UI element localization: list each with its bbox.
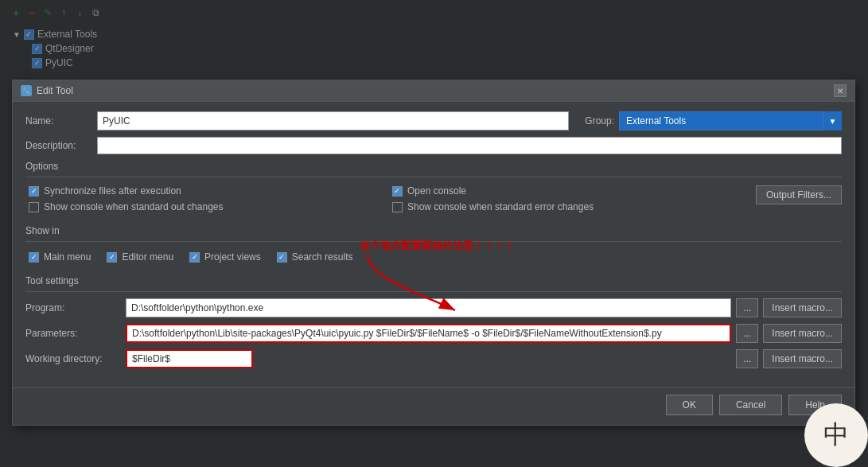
annotation-text: 这个地方配置要格外注意！！！！ [360, 239, 515, 253]
parameters-input[interactable] [126, 324, 731, 343]
program-label: Program: [25, 302, 121, 313]
options-divider [25, 177, 842, 177]
tool-settings-section-header: Tool settings [25, 275, 842, 286]
sync-files-checkbox[interactable]: ✓ [29, 186, 39, 197]
output-filters-button[interactable]: Output Filters... [756, 185, 842, 204]
show-console-stderr-row: Show console when standard error changes [392, 201, 740, 212]
working-dir-label: Working directory: [25, 353, 121, 364]
open-console-checkbox[interactable]: ✓ [392, 186, 403, 197]
search-results-label: Search results [292, 251, 353, 263]
project-views-checkbox[interactable]: ✓ [189, 252, 200, 263]
corner-widget: 中 [804, 403, 868, 467]
main-menu-label: Main menu [44, 251, 91, 263]
main-menu-row: ✓ Main menu [29, 251, 91, 263]
group-select-wrapper: External Tools ▼ [619, 111, 842, 130]
program-browse-button[interactable]: ... [736, 298, 758, 317]
name-label: Name: [25, 115, 97, 126]
cancel-button[interactable]: Cancel [719, 395, 782, 415]
working-dir-browse-button[interactable]: ... [736, 349, 758, 368]
dialog-body: Name: Group: External Tools ▼ Descriptio… [13, 102, 854, 384]
program-input[interactable] [126, 298, 731, 317]
open-console-row: ✓ Open console [392, 185, 740, 197]
name-row: Name: Group: External Tools ▼ [25, 111, 842, 130]
description-label: Description: [25, 140, 97, 151]
main-menu-checkbox[interactable]: ✓ [29, 252, 39, 263]
group-section: Group: External Tools ▼ [585, 111, 842, 130]
program-insert-macro-button[interactable]: Insert macro... [763, 298, 842, 317]
tool-settings-divider [25, 291, 842, 292]
editor-menu-label: Editor menu [122, 251, 173, 263]
dialog-footer: OK Cancel Help [13, 387, 854, 425]
corner-char: 中 [823, 418, 849, 453]
show-console-stdout-checkbox[interactable] [29, 202, 39, 212]
search-results-row: ✓ Search results [277, 251, 353, 263]
show-console-stderr-checkbox[interactable] [392, 202, 403, 212]
show-console-stderr-label: Show console when standard error changes [407, 201, 594, 212]
show-in-section-header: Show in [25, 225, 842, 236]
show-console-stdout-row: Show console when standard out changes [29, 201, 376, 212]
options-section-header: Options [25, 161, 842, 172]
parameters-insert-macro-button[interactable]: Insert macro... [763, 324, 842, 343]
output-filters-area: Output Filters... [756, 185, 842, 204]
editor-menu-checkbox[interactable]: ✓ [107, 252, 117, 263]
editor-menu-row: ✓ Editor menu [107, 251, 173, 263]
group-select[interactable]: External Tools [619, 111, 842, 130]
options-left: ✓ Synchronize files after execution Show… [29, 185, 376, 212]
sync-files-row: ✓ Synchronize files after execution [29, 185, 376, 197]
dialog-titlebar: 🔧 Edit Tool ✕ [13, 80, 854, 102]
dialog-close-button[interactable]: ✕ [834, 84, 847, 97]
search-results-checkbox[interactable]: ✓ [277, 252, 287, 263]
parameters-browse-button[interactable]: ... [736, 324, 758, 343]
sync-files-label: Synchronize files after execution [44, 185, 181, 197]
group-label: Group: [585, 115, 614, 126]
project-views-label: Project views [204, 251, 261, 263]
working-dir-input[interactable] [126, 349, 253, 368]
project-views-row: ✓ Project views [189, 251, 261, 263]
working-dir-row: Working directory: ... Insert macro... [25, 349, 842, 368]
open-console-label: Open console [407, 185, 466, 197]
show-console-stdout-label: Show console when standard out changes [44, 201, 224, 212]
dialog-title-text: Edit Tool [37, 85, 73, 96]
options-middle: ✓ Open console Show console when standar… [392, 185, 740, 212]
dialog-icon: 🔧 [21, 85, 32, 96]
parameters-row: Parameters: ... Insert macro... [25, 324, 842, 343]
program-row: Program: ... Insert macro... [25, 298, 842, 317]
working-dir-insert-macro-button[interactable]: Insert macro... [763, 349, 842, 368]
edit-tool-dialog: 🔧 Edit Tool ✕ Name: Group: External Tool… [12, 80, 855, 426]
description-input[interactable] [97, 137, 842, 154]
ok-button[interactable]: OK [666, 395, 713, 415]
description-row: Description: [25, 137, 842, 154]
dialog-title-area: 🔧 Edit Tool [21, 85, 73, 96]
tool-settings: Program: ... Insert macro... Parameters:… [25, 298, 842, 368]
parameters-label: Parameters: [25, 328, 121, 339]
name-input[interactable] [97, 111, 569, 130]
